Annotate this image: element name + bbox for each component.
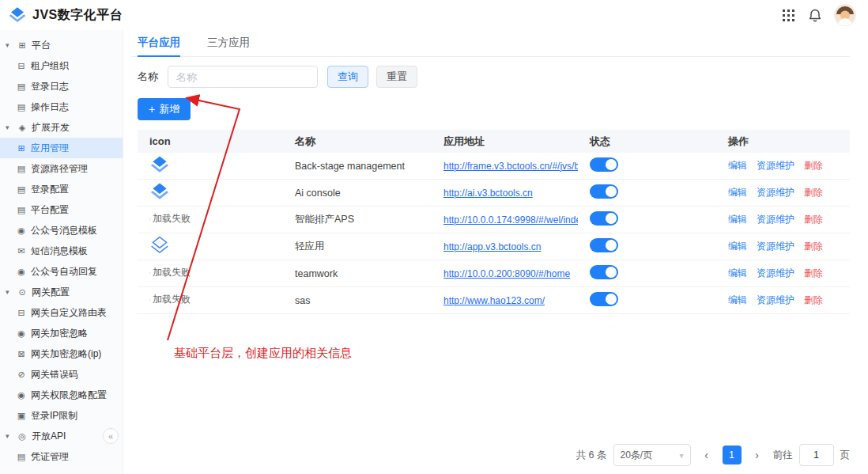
plus-icon: + <box>149 104 155 115</box>
prev-page-button[interactable]: ‹ <box>697 446 716 465</box>
query-button[interactable]: 查询 <box>327 66 368 88</box>
sidebar-item-gateway-encrypt-ignore-ip[interactable]: ⊠网关加密忽略(ip) <box>0 343 123 364</box>
notification-bell-icon[interactable] <box>808 8 822 22</box>
resource-maintenance-link[interactable]: 资源维护 <box>757 187 794 198</box>
sidebar-item-label: 公众号消息模板 <box>31 224 97 237</box>
caret-down-icon: ▾ <box>6 288 13 296</box>
status-toggle[interactable] <box>590 238 618 252</box>
jvs-app-logo-outline-icon <box>149 235 170 256</box>
app-url-link[interactable]: http://frame.v3.bctools.cn/#/jvs/base <box>443 161 578 172</box>
tenant-org-icon: ⊟ <box>16 61 27 71</box>
edit-link[interactable]: 编辑 <box>728 187 747 198</box>
sidebar-item-official-account-auto-reply[interactable]: ◉公众号自动回复 <box>0 261 123 282</box>
delete-link[interactable]: 删除 <box>804 294 823 305</box>
login-log-icon: ▤ <box>16 82 27 92</box>
sidebar-item-resource-path-management[interactable]: ▤资源路径管理 <box>0 158 123 179</box>
edit-link[interactable]: 编辑 <box>728 294 747 305</box>
app-name: Back-stage management <box>283 161 432 172</box>
app-name: Ai console <box>283 188 432 199</box>
brand-logo: JVS数字化平台 <box>8 6 123 25</box>
page-size-select[interactable]: 20条/页 ▾ <box>613 444 691 466</box>
login-config-icon: ▤ <box>16 184 27 195</box>
delete-link[interactable]: 删除 <box>804 214 823 225</box>
main-content: 平台应用三方应用 名称 查询 重置 + 新增 icon名称应用地址状态操作 Ba… <box>123 30 868 474</box>
extension-dev-icon: ◈ <box>17 123 28 133</box>
sidebar-item-operation-log[interactable]: ▤操作日志 <box>0 97 123 117</box>
credential-management-icon: ▤ <box>16 452 27 462</box>
user-avatar[interactable] <box>835 5 855 25</box>
sidebar-item-app-management[interactable]: ⊞应用管理 <box>0 138 123 158</box>
sidebar-item-label: 网关自定义路由表 <box>31 306 107 320</box>
sidebar-item-platform-config[interactable]: ▤平台配置 <box>0 199 123 220</box>
resource-maintenance-link[interactable]: 资源维护 <box>757 241 794 252</box>
sidebar-item-label: 登录配置 <box>31 183 69 196</box>
name-filter-input[interactable] <box>168 66 318 88</box>
status-toggle[interactable] <box>590 265 618 279</box>
operation-log-icon: ▤ <box>16 102 27 112</box>
delete-link[interactable]: 删除 <box>804 160 823 171</box>
login-ip-limit-icon: ▣ <box>16 411 27 421</box>
delete-link[interactable]: 删除 <box>804 267 823 279</box>
add-button[interactable]: + 新增 <box>138 98 191 120</box>
status-toggle[interactable] <box>590 211 618 226</box>
goto-page-input[interactable] <box>799 444 834 466</box>
sidebar-item-label: 网关加密忽略(ip) <box>31 347 101 361</box>
next-page-button[interactable]: › <box>748 446 767 465</box>
page-number-button[interactable]: 1 <box>723 446 742 465</box>
status-toggle[interactable] <box>590 184 618 199</box>
caret-down-icon: ▾ <box>6 123 13 131</box>
table-row: Back-stage managementhttp://frame.v3.bct… <box>138 153 850 180</box>
app-url-link[interactable]: http://www.hao123.com/ <box>443 295 545 306</box>
resource-maintenance-link[interactable]: 资源维护 <box>757 294 794 305</box>
delete-link[interactable]: 删除 <box>804 187 823 198</box>
edit-link[interactable]: 编辑 <box>728 160 747 171</box>
caret-down-icon: ▾ <box>6 41 13 49</box>
sidebar-item-credential-management[interactable]: ▤凭证管理 <box>0 446 123 467</box>
sidebar-group-gateway-config[interactable]: ▾⊙网关配置 <box>0 282 123 302</box>
tab-platform-apps[interactable]: 平台应用 <box>138 30 180 57</box>
top-header: JVS数字化平台 <box>0 0 868 30</box>
edit-link[interactable]: 编辑 <box>728 267 747 279</box>
tab-third-party-apps[interactable]: 三方应用 <box>207 30 250 57</box>
page-size-value: 20条/页 <box>621 449 653 462</box>
app-url-link[interactable]: http://10.0.0.174:9998/#/wel/index <box>443 214 578 226</box>
sidebar-group-platform[interactable]: ▾⊞平台 <box>0 35 123 55</box>
edit-link[interactable]: 编辑 <box>728 241 747 252</box>
apps-grid-icon[interactable] <box>781 8 795 22</box>
app-name: 轻应用 <box>283 240 432 253</box>
broken-image-icon: 加载失败 <box>149 212 191 226</box>
sidebar-item-login-ip-limit[interactable]: ▣登录IP限制 <box>0 405 123 426</box>
sidebar-item-label: 登录日志 <box>31 80 69 93</box>
sidebar-group-label: 平台 <box>32 39 51 52</box>
resource-maintenance-link[interactable]: 资源维护 <box>757 267 794 279</box>
sidebar-item-login-config[interactable]: ▤登录配置 <box>0 179 123 199</box>
sidebar-menu: ▾⊞平台⊟租户组织▤登录日志▤操作日志▾◈扩展开发⊞应用管理▤资源路径管理▤登录… <box>0 35 123 467</box>
sidebar-item-official-account-msg-template[interactable]: ◉公众号消息模板 <box>0 220 123 241</box>
resource-maintenance-link[interactable]: 资源维护 <box>757 160 794 171</box>
table-row: Ai consolehttp://ai.v3.bctools.cn编辑资源维护删… <box>138 180 850 207</box>
filter-row: 名称 查询 重置 <box>138 66 850 88</box>
resource-maintenance-link[interactable]: 资源维护 <box>757 214 794 225</box>
sidebar-item-gateway-error-code[interactable]: ⊘网关错误码 <box>0 364 123 385</box>
caret-down-icon: ▾ <box>6 432 13 440</box>
sidebar-item-gateway-permission-ignore-config[interactable]: ◉网关权限忽略配置 <box>0 385 123 405</box>
sidebar-group-label: 扩展开发 <box>32 121 70 135</box>
sidebar-item-gateway-custom-route-table[interactable]: ⊟网关自定义路由表 <box>0 302 123 323</box>
reset-button[interactable]: 重置 <box>376 66 417 88</box>
sidebar-item-gateway-encrypt-ignore[interactable]: ◉网关加密忽略 <box>0 323 123 343</box>
sidebar-group-extension-dev[interactable]: ▾◈扩展开发 <box>0 117 123 138</box>
app-url-link[interactable]: http://ai.v3.bctools.cn <box>443 188 533 199</box>
column-header: 名称 <box>283 135 432 149</box>
sidebar-item-login-log[interactable]: ▤登录日志 <box>0 76 123 97</box>
platform-config-icon: ▤ <box>16 205 27 215</box>
delete-link[interactable]: 删除 <box>804 241 823 252</box>
app-url-link[interactable]: http://10.0.0.200:8090/#/home <box>443 268 570 279</box>
edit-link[interactable]: 编辑 <box>728 214 747 225</box>
sidebar-item-sms-msg-template[interactable]: ✉短信消息模板 <box>0 241 123 261</box>
sidebar-collapse-button[interactable]: « <box>103 428 119 444</box>
sidebar-item-tenant-org[interactable]: ⊟租户组织 <box>0 55 123 76</box>
app-url-link[interactable]: http://app.v3.bctools.cn <box>443 241 541 252</box>
status-toggle[interactable] <box>590 157 618 172</box>
official-account-auto-reply-icon: ◉ <box>16 267 27 277</box>
status-toggle[interactable] <box>590 292 618 306</box>
